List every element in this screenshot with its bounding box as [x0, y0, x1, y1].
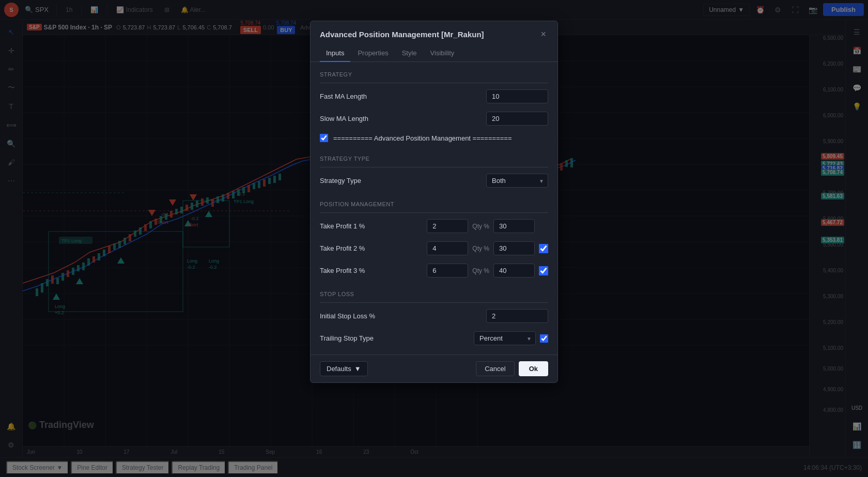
fast-ma-label: Fast MA Length — [320, 93, 480, 100]
cancel-button[interactable]: Cancel — [476, 361, 514, 376]
adv-pm-checkbox[interactable] — [320, 134, 328, 142]
slow-ma-label: Slow MA Length — [320, 115, 480, 122]
dialog-tabs: Inputs Properties Style Visibility — [311, 45, 557, 62]
tp2-qty-input[interactable] — [493, 241, 535, 255]
trailing-stop-select[interactable]: Percent ATR Fixed — [474, 331, 536, 345]
modal-overlay: Advanced Position Management [Mr_Rakun] … — [0, 0, 868, 477]
qty-label-2: Qty % — [472, 245, 489, 252]
initial-sl-label: Initial Stop Loss % — [320, 312, 480, 320]
tp3-checkbox[interactable] — [539, 266, 548, 275]
strategy-type-select-wrapper: Both Long Short ▼ — [486, 174, 548, 188]
trailing-stop-checkbox[interactable] — [540, 334, 548, 343]
tp1-value-input[interactable] — [427, 219, 468, 233]
ok-button[interactable]: Ok — [519, 361, 548, 376]
position-mgmt-divider — [320, 212, 548, 213]
stop-loss-divider — [320, 302, 548, 303]
adv-pm-checkbox-row: ========== Advanced Position Management … — [320, 130, 548, 146]
close-dialog-button[interactable]: × — [538, 28, 548, 40]
qty-label-1: Qty % — [472, 223, 489, 230]
tp3-label: Take Profit 3 % — [320, 267, 423, 274]
slow-ma-input[interactable] — [486, 112, 548, 126]
defaults-chevron-icon: ▼ — [354, 365, 361, 373]
trailing-stop-select-wrapper: Percent ATR Fixed ▼ — [474, 331, 536, 345]
defaults-button[interactable]: Defaults ▼ — [320, 361, 368, 376]
position-mgmt-section-label: POSITION MANAGEMENT — [320, 201, 548, 207]
dialog: Advanced Position Management [Mr_Rakun] … — [310, 21, 558, 383]
slow-ma-row: Slow MA Length — [320, 107, 548, 130]
tab-style[interactable]: Style — [396, 45, 423, 62]
qty-label-3: Qty % — [472, 267, 489, 274]
trailing-stop-label: Trailing Stop Type — [320, 334, 468, 342]
trailing-stop-row: Trailing Stop Type Percent ATR Fixed ▼ — [320, 327, 548, 349]
initial-sl-input[interactable] — [486, 309, 548, 323]
fast-ma-row: Fast MA Length — [320, 85, 548, 107]
dialog-body: STRATEGY Fast MA Length Slow MA Length =… — [311, 62, 557, 355]
tab-visibility[interactable]: Visibility — [424, 45, 461, 62]
strategy-type-row: Strategy Type Both Long Short ▼ — [320, 170, 548, 192]
footer-right-buttons: Cancel Ok — [476, 361, 548, 376]
adv-pm-label: ========== Advanced Position Management … — [333, 134, 512, 142]
tp3-value-input[interactable] — [427, 264, 468, 278]
dialog-footer: Defaults ▼ Cancel Ok — [311, 355, 557, 382]
tp1-row: Take Profit 1 % Qty % — [320, 215, 548, 237]
tab-properties[interactable]: Properties — [351, 45, 394, 62]
dialog-title: Advanced Position Management [Mr_Rakun] — [320, 30, 484, 39]
strategy-type-section-label: STRATEGY TYPE — [320, 156, 548, 162]
fast-ma-input[interactable] — [486, 89, 548, 103]
tp1-qty-input[interactable] — [493, 219, 535, 233]
strategy-type-divider — [320, 167, 548, 167]
tp2-checkbox[interactable] — [539, 244, 548, 253]
tp3-row: Take Profit 3 % Qty % — [320, 259, 548, 282]
tp2-value-input[interactable] — [427, 241, 468, 255]
initial-sl-row: Initial Stop Loss % — [320, 305, 548, 327]
tp2-label: Take Profit 2 % — [320, 244, 423, 252]
tp2-row: Take Profit 2 % Qty % — [320, 237, 548, 259]
trailing-stop-controls: Percent ATR Fixed ▼ — [474, 331, 548, 345]
strategy-divider — [320, 83, 548, 83]
strategy-section-label: STRATEGY — [320, 71, 548, 78]
strategy-type-label: Strategy Type — [320, 177, 480, 184]
tp3-qty-input[interactable] — [493, 264, 535, 278]
stop-loss-section-label: STOP LOSS — [320, 291, 548, 297]
tp1-label: Take Profit 1 % — [320, 222, 423, 230]
tab-inputs[interactable]: Inputs — [320, 45, 350, 62]
strategy-type-select[interactable]: Both Long Short — [486, 174, 548, 188]
dialog-header: Advanced Position Management [Mr_Rakun] … — [311, 21, 557, 40]
